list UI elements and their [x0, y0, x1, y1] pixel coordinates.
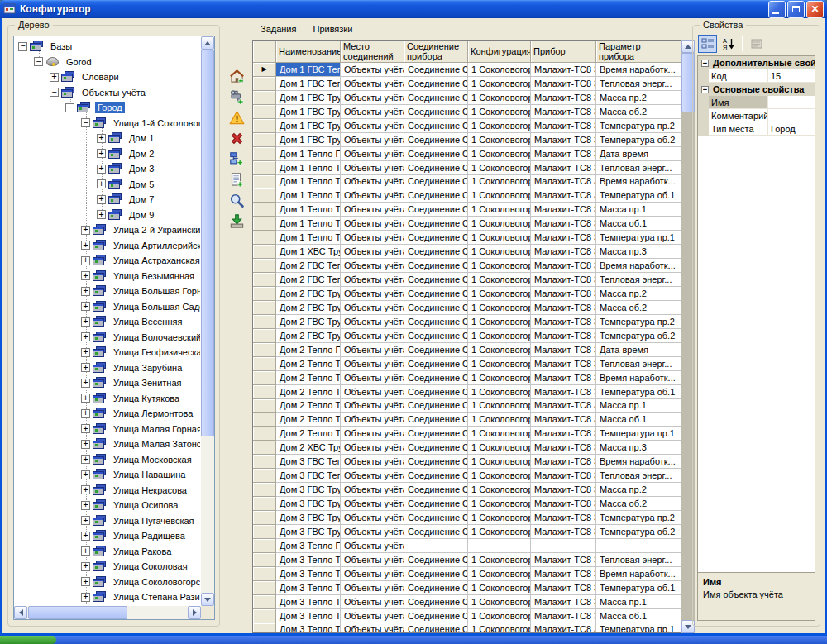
- cell-naimenovanie[interactable]: Дом 1 ГВС Тепл...: [276, 77, 341, 91]
- table-row[interactable]: Дом 3 ГВС Тепл... Объекты учёта ... Соед…: [253, 469, 681, 483]
- row-header[interactable]: [253, 175, 276, 189]
- warning-button[interactable]: [226, 107, 247, 128]
- cell-pribor[interactable]: Малахит-ТС8 39: [531, 609, 596, 623]
- row-header[interactable]: [253, 245, 276, 259]
- cell-naimenovanie[interactable]: Дом 3 Тепло Тр...: [276, 623, 341, 634]
- cell-parametr-pribora[interactable]: [596, 539, 681, 553]
- table-row[interactable]: Дом 3 ГВС Труб... Объекты учёта ... Соед…: [253, 497, 681, 511]
- import-button[interactable]: [226, 211, 247, 231]
- cell-mesto-soedineniy[interactable]: Объекты учёта ...: [341, 371, 404, 385]
- property-row[interactable]: Код 15: [698, 69, 815, 83]
- cell-soedinenie-pribora[interactable]: Соединение Сар...: [404, 175, 468, 189]
- tree-expander[interactable]: [81, 424, 90, 433]
- table-row[interactable]: Дом 3 Тепло Тр... Объекты учёта ... Соед…: [253, 567, 681, 581]
- cell-pribor[interactable]: Малахит-ТС8 37: [531, 77, 596, 91]
- tree-vertical-scrollbar[interactable]: [201, 36, 214, 606]
- row-header[interactable]: [253, 133, 276, 147]
- cell-pribor[interactable]: Малахит-ТС8 37: [531, 147, 596, 161]
- cell-mesto-soedineniy[interactable]: Объекты учёта ...: [341, 161, 404, 175]
- row-header[interactable]: [253, 63, 276, 77]
- tree-expander[interactable]: [81, 302, 90, 311]
- cell-soedinenie-pribora[interactable]: Соединение Сар...: [404, 77, 468, 91]
- row-header[interactable]: [253, 497, 276, 511]
- tree-node[interactable]: Объекты учёта: [16, 85, 200, 101]
- tree-expander[interactable]: [81, 516, 90, 525]
- tree-node[interactable]: Дом 5: [16, 177, 200, 193]
- property-row[interactable]: Дополнительные свойства: [698, 56, 815, 69]
- cell-pribor[interactable]: Малахит-ТС8 38: [531, 287, 596, 301]
- cell-soedinenie-pribora[interactable]: Соединение Сар...: [404, 609, 468, 623]
- cell-mesto-soedineniy[interactable]: Объекты учёта ...: [341, 455, 404, 469]
- cell-parametr-pribora[interactable]: Время наработк...: [596, 175, 681, 189]
- row-header[interactable]: [253, 455, 276, 469]
- cell-naimenovanie[interactable]: Дом 1 ГВС Труб...: [276, 133, 341, 147]
- row-header[interactable]: [253, 161, 276, 175]
- cell-naimenovanie[interactable]: Дом 1 Тепло Тр...: [276, 175, 341, 189]
- property-value[interactable]: Город: [768, 122, 815, 136]
- row-header[interactable]: [253, 203, 276, 217]
- tree-expander[interactable]: [81, 271, 90, 280]
- row-header[interactable]: [253, 105, 276, 119]
- property-label[interactable]: Комментарий: [709, 109, 768, 122]
- tree-node[interactable]: Улица Радищева: [16, 528, 200, 544]
- row-header[interactable]: [253, 188, 276, 203]
- tree-expander[interactable]: [81, 287, 90, 296]
- tab[interactable]: Привязки: [311, 23, 354, 35]
- scrollbar-thumb[interactable]: [28, 606, 127, 619]
- tree-expander[interactable]: [97, 165, 106, 174]
- cell-parametr-pribora[interactable]: Масса пр.3: [596, 441, 681, 455]
- cell-pribor[interactable]: [531, 539, 596, 553]
- tree-expander[interactable]: [81, 363, 90, 372]
- row-header[interactable]: [253, 231, 276, 245]
- cell-pribor[interactable]: Малахит-ТС8 37: [531, 175, 596, 189]
- table-row[interactable]: Дом 1 Тепло Тр... Объекты учёта ... Соед…: [253, 231, 681, 245]
- row-header[interactable]: [253, 581, 276, 595]
- cell-naimenovanie[interactable]: Дом 3 ГВС Тепл...: [276, 469, 341, 483]
- cell-mesto-soedineniy[interactable]: Объекты учёта ...: [341, 315, 404, 329]
- cell-mesto-soedineniy[interactable]: Объекты учёта ...: [341, 188, 404, 203]
- cell-naimenovanie[interactable]: Дом 3 ГВС Труб...: [276, 497, 341, 511]
- cell-naimenovanie[interactable]: Дом 3 Тепло Тр...: [276, 567, 341, 581]
- cell-parametr-pribora[interactable]: Температура об.1: [596, 188, 681, 203]
- cell-naimenovanie[interactable]: Дом 2 ГВС Труб...: [276, 329, 341, 343]
- tree-expander[interactable]: [81, 409, 90, 418]
- cell-soedinenie-pribora[interactable]: Соединение Сар...: [404, 105, 468, 119]
- table-row[interactable]: Дом 3 Тепло Тр... Объекты учёта ... Соед…: [253, 623, 681, 634]
- tree-node[interactable]: Улица Лермонтова: [16, 406, 200, 422]
- tree-node[interactable]: Улица 1-й Соколовогорский пр: [16, 116, 200, 131]
- cell-pribor[interactable]: Малахит-ТС8 38: [531, 357, 596, 371]
- cell-pribor[interactable]: Малахит-ТС8 39: [531, 469, 596, 483]
- cell-pribor[interactable]: Малахит-ТС8 38: [531, 427, 596, 441]
- tree-node[interactable]: Улица Осипова: [16, 498, 200, 513]
- row-header[interactable]: [253, 539, 276, 553]
- cell-soedinenie-pribora[interactable]: Соединение Сар...: [404, 287, 468, 301]
- cell-konfiguraciya[interactable]: 1 Соколовогорс...: [468, 91, 531, 105]
- cell-soedinenie-pribora[interactable]: Соединение Сар...: [404, 343, 468, 357]
- cell-parametr-pribora[interactable]: Температура об.2: [596, 329, 681, 343]
- cell-soedinenie-pribora[interactable]: Соединение Сар...: [404, 623, 468, 634]
- cell-mesto-soedineniy[interactable]: Объекты учёта ...: [341, 105, 404, 119]
- cell-soedinenie-pribora[interactable]: Соединение Сар...: [404, 525, 468, 539]
- cell-mesto-soedineniy[interactable]: Объекты учёта ...: [341, 329, 404, 343]
- tree-node[interactable]: Словари: [16, 69, 200, 85]
- tree-view[interactable]: Базы Gorod Словари: [13, 36, 215, 620]
- cell-mesto-soedineniy[interactable]: Объекты учёта ...: [341, 133, 404, 147]
- cell-naimenovanie[interactable]: Дом 1 Тепло Те...: [276, 161, 341, 175]
- scroll-up-button[interactable]: [201, 36, 214, 50]
- cell-mesto-soedineniy[interactable]: Объекты учёта ...: [341, 525, 404, 539]
- cell-parametr-pribora[interactable]: Время наработк...: [596, 259, 681, 273]
- cell-konfiguraciya[interactable]: 1 Соколовогорс...: [468, 77, 531, 91]
- column-header[interactable]: Наименование: [276, 41, 341, 63]
- cell-soedinenie-pribora[interactable]: Соединение Сар...: [404, 469, 468, 483]
- cell-parametr-pribora[interactable]: Масса пр.1: [596, 203, 681, 217]
- cell-konfiguraciya[interactable]: 1 Соколовогорс...: [468, 623, 531, 634]
- table-row[interactable]: Дом 2 Тепло Па... Объекты учёта ... Соед…: [253, 343, 681, 357]
- cell-konfiguraciya[interactable]: 1 Соколовогорс...: [468, 427, 531, 441]
- cell-soedinenie-pribora[interactable]: Соединение Сар...: [404, 371, 468, 385]
- tree-expander[interactable]: [18, 42, 27, 51]
- row-header[interactable]: [253, 329, 276, 343]
- cell-parametr-pribora[interactable]: Масса пр.2: [596, 287, 681, 301]
- cell-konfiguraciya[interactable]: 1 Соколовогорс...: [468, 441, 531, 455]
- tree-expander[interactable]: [81, 593, 90, 602]
- cell-naimenovanie[interactable]: Дом 3 Тепло Тр...: [276, 609, 341, 623]
